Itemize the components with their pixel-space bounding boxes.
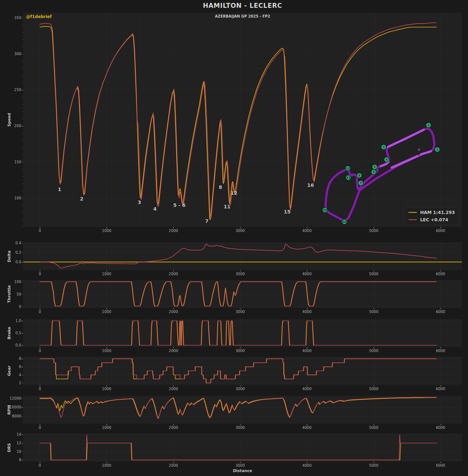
corner-label-12: 12 <box>231 190 237 196</box>
y-minor-tick-mark <box>22 140 23 140</box>
y-tick-label: 150 <box>4 160 21 164</box>
x-tick-label: 3000 <box>230 272 250 276</box>
x-tick-mark <box>440 462 441 463</box>
y-minor-tick-mark <box>22 205 23 205</box>
x-tick-mark <box>173 308 174 309</box>
x-tick-mark <box>307 308 307 309</box>
y-tick-label: 100 <box>4 196 21 200</box>
x-tick-mark <box>106 227 107 228</box>
x-tick-label: 2000 <box>163 387 183 391</box>
y-tick-mark <box>22 243 23 244</box>
y-minor-tick-mark <box>22 83 23 83</box>
track-corner-marker-15: 15 <box>322 208 328 213</box>
page-title: HAMILTON - LECLERC <box>23 2 462 9</box>
svg-text:11: 11 <box>346 176 350 179</box>
x-tick-label: 0 <box>30 310 49 314</box>
y-axis-label: Brake <box>7 327 12 339</box>
x-tick-label: 2000 <box>163 426 183 430</box>
x-tick-mark <box>240 424 241 425</box>
x-tick-mark <box>40 270 40 272</box>
x-tick-mark <box>173 227 174 228</box>
x-tick-label: 0 <box>30 349 49 353</box>
x-tick-label: 0 <box>30 272 49 276</box>
y-minor-tick-mark <box>22 25 23 25</box>
watermark: @f1debrief <box>26 14 52 19</box>
y-tick-mark <box>22 333 23 334</box>
x-tick-mark <box>440 385 441 386</box>
y-axis-label: DRS <box>7 443 12 452</box>
x-tick-mark <box>240 270 241 272</box>
svg-text:8: 8 <box>358 174 360 177</box>
y-tick-label: 250 <box>4 88 21 92</box>
y-minor-tick-mark <box>22 176 23 177</box>
legend-item-ham: HAM 1:41.293 <box>409 210 455 215</box>
x-tick-label: 6000 <box>431 426 450 430</box>
y-tick-label: 350 <box>4 15 21 20</box>
x-tick-mark <box>440 308 441 309</box>
svg-text:4: 4 <box>386 158 388 161</box>
track-corner-marker-1: 1 <box>435 147 440 152</box>
x-tick-label: 0 <box>30 463 49 468</box>
legend: HAM 1:41.293 LEC +0.074 <box>404 207 459 225</box>
y-minor-tick-mark <box>22 18 23 18</box>
x-tick-mark <box>106 424 107 425</box>
brake-plot <box>23 319 462 347</box>
x-tick-label: 1000 <box>97 310 116 314</box>
y-minor-tick-mark <box>22 90 23 90</box>
track-corner-marker-2: 2 <box>426 123 431 128</box>
x-tick-label: 6000 <box>431 387 450 391</box>
x-tick-mark <box>173 424 174 425</box>
x-tick-mark <box>240 385 241 386</box>
corner-label-2: 2 <box>80 196 83 202</box>
x-tick-mark <box>173 462 174 463</box>
y-tick-label: 100 <box>4 280 21 284</box>
drs-plot <box>23 434 462 461</box>
y-minor-tick-mark <box>22 97 23 97</box>
y-axis-label: RPM <box>7 405 12 415</box>
x-tick-mark <box>40 308 40 309</box>
speed-plot: AZERBAIJAN GP 2025 - FP2 @f1debrief »123… <box>23 13 462 227</box>
y-minor-tick-mark <box>22 39 23 40</box>
x-tick-mark <box>307 462 307 463</box>
svg-text:1: 1 <box>436 148 438 151</box>
x-tick-label: 6000 <box>431 349 450 353</box>
legend-item-lec: LEC +0.074 <box>409 217 455 222</box>
x-tick-label: 5000 <box>364 310 383 314</box>
x-tick-mark <box>40 462 40 463</box>
x-tick-mark <box>40 227 40 228</box>
track-corner-marker-6: 6 <box>371 169 376 175</box>
y-minor-tick-mark <box>22 32 23 32</box>
y-tick-mark <box>22 321 23 321</box>
x-tick-mark <box>240 347 241 348</box>
svg-text:6: 6 <box>373 170 375 174</box>
y-minor-tick-mark <box>22 169 23 169</box>
x-tick-label: 0 <box>30 229 49 233</box>
x-tick-label: 4000 <box>297 463 317 468</box>
x-tick-mark <box>106 270 107 272</box>
x-tick-mark <box>374 227 374 228</box>
x-tick-mark <box>40 385 40 386</box>
y-tick-mark <box>22 367 23 367</box>
x-tick-mark <box>440 424 441 425</box>
track-corner-marker-11: 11 <box>346 175 351 180</box>
x-tick-mark <box>307 270 307 272</box>
y-tick-label: 12000 <box>4 396 21 401</box>
x-tick-mark <box>40 347 40 348</box>
x-tick-mark <box>106 308 107 309</box>
legend-label-ham: HAM 1:41.293 <box>420 210 455 215</box>
brake-plot-canvas <box>23 319 462 347</box>
figure: HAMILTON - LECLERC AZERBAIJAN GP 2025 - … <box>0 0 468 476</box>
x-tick-mark <box>374 424 374 425</box>
x-tick-label: 0 <box>30 387 49 391</box>
x-tick-mark <box>374 308 374 309</box>
corner-label-3: 3 <box>138 199 141 205</box>
y-tick-label: 300 <box>4 52 21 56</box>
x-tick-label: 4000 <box>297 426 317 430</box>
y-tick-label: 0.4 <box>4 241 21 245</box>
x-tick-label: 6000 <box>431 229 450 233</box>
x-tick-mark <box>307 347 307 348</box>
y-minor-tick-mark <box>22 46 23 47</box>
y-tick-mark <box>22 282 23 282</box>
x-tick-label: 1000 <box>97 272 116 276</box>
y-tick-mark <box>22 407 23 408</box>
